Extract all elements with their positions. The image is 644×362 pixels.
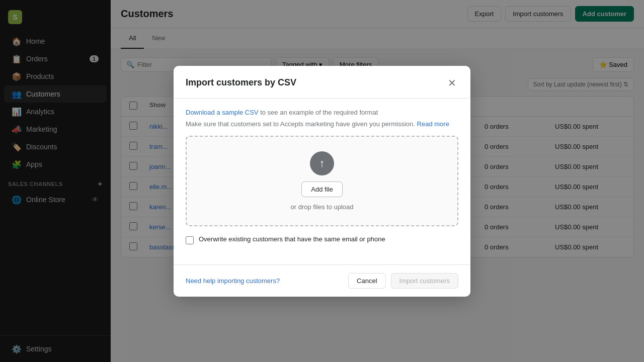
modal-footer: Need help importing customers? Cancel Im… xyxy=(174,264,470,297)
cancel-button[interactable]: Cancel xyxy=(348,273,385,289)
upload-icon: ↑ xyxy=(310,151,334,175)
add-file-button[interactable]: Add file xyxy=(301,182,342,197)
overwrite-label: Overwrite existing customers that have t… xyxy=(199,235,385,243)
import-button[interactable]: Import customers xyxy=(391,273,458,289)
import-modal: Import customers by CSV ✕ Download a sam… xyxy=(174,66,470,297)
overwrite-checkbox-row: Overwrite existing customers that have t… xyxy=(186,235,458,244)
help-import-link[interactable]: Need help importing customers? xyxy=(186,277,280,285)
modal-info-line: Download a sample CSV to see an example … xyxy=(186,109,458,116)
dropzone[interactable]: ↑ Add file or drop files to upload xyxy=(186,136,458,226)
download-sample-link[interactable]: Download a sample CSV xyxy=(186,109,259,116)
modal-footer-actions: Cancel Import customers xyxy=(348,273,458,289)
modal-overlay[interactable]: Import customers by CSV ✕ Download a sam… xyxy=(0,0,644,362)
read-more-link[interactable]: Read more xyxy=(417,120,449,128)
overwrite-checkbox[interactable] xyxy=(186,236,194,244)
modal-body: Download a sample CSV to see an example … xyxy=(174,99,470,264)
modal-title: Import customers by CSV xyxy=(186,77,296,88)
drop-hint: or drop files to upload xyxy=(290,203,353,211)
modal-warning: Make sure that customers set to Accepts … xyxy=(186,120,458,128)
modal-close-button[interactable]: ✕ xyxy=(446,76,458,90)
modal-header: Import customers by CSV ✕ xyxy=(174,66,470,99)
